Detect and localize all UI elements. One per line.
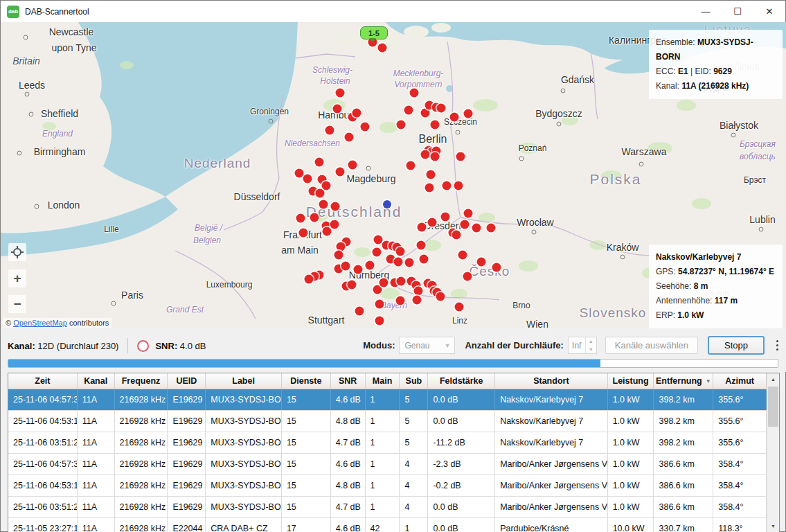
transmitter-dot[interactable] [310, 213, 319, 222]
transmitter-dot[interactable] [397, 121, 406, 130]
transmitter-dot[interactable] [410, 89, 419, 98]
transmitter-dot[interactable] [461, 220, 470, 229]
transmitter-dot[interactable] [413, 296, 422, 305]
transmitter-dot[interactable] [396, 296, 405, 305]
openstreetmap-link[interactable]: OpenStreetMap [13, 319, 67, 327]
transmitter-dot[interactable] [354, 265, 363, 274]
table-row[interactable]: 25-11-05 23:27:1111A216928 kHzE22044CRA … [8, 518, 767, 532]
table-row[interactable]: 25-11-06 04:53:1011A216928 kHzE19629MUX3… [8, 475, 767, 497]
column-header-label[interactable]: Label [206, 373, 282, 389]
column-header-azimut[interactable]: Azimut [713, 373, 767, 389]
transmitter-dot[interactable] [303, 175, 312, 184]
modus-select[interactable]: Genau ▼ [399, 337, 455, 354]
cluster-tooltip[interactable]: 1-5 [360, 26, 388, 39]
transmitter-dot[interactable] [437, 104, 446, 113]
table-row[interactable]: 25-11-06 04:53:1011A216928 kHzE19629MUX3… [8, 411, 767, 432]
table-row[interactable]: 25-11-06 04:57:3311A216928 kHzE19629MUX3… [8, 454, 767, 475]
transmitter-dot[interactable] [316, 189, 325, 198]
transmitter-dot[interactable] [464, 109, 473, 118]
receiver-position-dot[interactable] [383, 200, 391, 209]
scrollbar-thumb[interactable] [768, 387, 778, 427]
spinner-down-icon[interactable]: ▼ [586, 346, 596, 354]
transmitter-dot[interactable] [464, 209, 473, 218]
transmitter-dot[interactable] [463, 272, 472, 281]
transmitter-dot[interactable] [427, 170, 436, 179]
column-header-entfernung[interactable]: Entfernung▼ [654, 373, 713, 389]
durchlaeufe-spinner[interactable]: Inf ▲ ▼ [568, 337, 597, 354]
transmitter-dot[interactable] [396, 247, 405, 256]
column-header-dienste[interactable]: Dienste [282, 373, 331, 389]
transmitter-dot[interactable] [407, 161, 416, 170]
column-header-sub[interactable]: Sub [400, 373, 428, 389]
transmitter-dot[interactable] [374, 236, 383, 245]
column-header-feldstärke[interactable]: Feldstärke [428, 373, 495, 389]
close-button[interactable]: ✕ [753, 1, 785, 22]
transmitter-dot[interactable] [452, 231, 461, 240]
transmitter-dot[interactable] [341, 262, 350, 271]
transmitter-dot[interactable] [325, 126, 334, 135]
transmitter-dot[interactable] [348, 161, 357, 170]
transmitter-dot[interactable] [455, 303, 464, 312]
table-row[interactable]: 25-11-06 04:57:3311A216928 kHzE19629MUX3… [8, 389, 767, 411]
transmitter-dot[interactable] [431, 121, 440, 130]
transmitter-dot[interactable] [375, 317, 384, 326]
locate-button[interactable] [8, 243, 26, 261]
transmitter-dot[interactable] [348, 281, 357, 290]
transmitter-dot[interactable] [378, 44, 387, 53]
transmitter-dot[interactable] [450, 113, 459, 122]
scroll-down-icon[interactable]: ▼ [767, 520, 779, 532]
column-header-kanal[interactable]: Kanal [78, 373, 115, 389]
transmitter-dot[interactable] [421, 150, 430, 159]
transmitter-dot[interactable] [456, 152, 465, 161]
transmitter-dot[interactable] [331, 202, 340, 211]
transmitter-dot[interactable] [441, 213, 450, 222]
transmitter-dot[interactable] [345, 133, 354, 142]
transmitter-dot[interactable] [472, 224, 481, 233]
transmitter-dot[interactable] [443, 181, 452, 190]
transmitter-dot[interactable] [315, 158, 324, 167]
zoom-out-button[interactable]: − [8, 295, 26, 313]
transmitter-dot[interactable] [375, 300, 384, 309]
transmitter-dot[interactable] [336, 168, 345, 177]
minimize-button[interactable]: — [690, 1, 722, 22]
transmitter-dot[interactable] [299, 229, 308, 238]
transmitter-dot[interactable] [323, 227, 332, 236]
transmitter-dot[interactable] [295, 169, 304, 178]
transmitter-dot[interactable] [355, 307, 364, 316]
transmitter-dot[interactable] [420, 255, 429, 264]
vertical-scrollbar[interactable]: ▲ ▼ [767, 373, 779, 532]
column-header-leistung[interactable]: Leistung [608, 373, 654, 389]
map-canvas[interactable]: Newcastleupon TyneBritainLeedsSheffieldE… [1, 22, 786, 328]
transmitter-dot[interactable] [394, 258, 403, 267]
transmitter-dot[interactable] [404, 106, 413, 115]
transmitter-dot[interactable] [319, 200, 328, 209]
transmitter-dot[interactable] [436, 292, 445, 301]
transmitter-dot[interactable] [417, 241, 426, 250]
transmitter-dot[interactable] [428, 218, 437, 227]
stopp-button[interactable]: Stopp [708, 336, 765, 355]
transmitter-dot[interactable] [322, 181, 331, 190]
maximize-button[interactable]: ☐ [722, 1, 753, 22]
transmitter-dot[interactable] [330, 220, 339, 229]
transmitter-dot[interactable] [477, 258, 486, 267]
transmitter-dot[interactable] [397, 277, 406, 286]
transmitter-dot[interactable] [458, 251, 467, 260]
column-header-main[interactable]: Main [366, 373, 400, 389]
kanaele-auswaehlen-button[interactable]: Kanäle auswählen [605, 337, 698, 354]
transmitter-dot[interactable] [487, 224, 496, 233]
transmitter-dot[interactable] [454, 181, 463, 190]
transmitter-dot[interactable] [333, 105, 342, 114]
transmitter-dot[interactable] [492, 263, 501, 272]
transmitter-dot[interactable] [296, 214, 305, 223]
table-row[interactable]: 25-11-06 03:51:2811A216928 kHzE19629MUX3… [8, 432, 767, 454]
column-header-standort[interactable]: Standort [495, 373, 608, 389]
transmitter-dot[interactable] [361, 123, 370, 132]
transmitter-dot[interactable] [373, 248, 382, 257]
transmitter-dot[interactable] [379, 278, 388, 287]
transmitter-dot[interactable] [414, 287, 423, 296]
column-header-frequenz[interactable]: Frequenz [115, 373, 168, 389]
transmitter-dot[interactable] [352, 109, 361, 118]
transmitter-dot[interactable] [305, 275, 314, 284]
transmitter-dot[interactable] [425, 184, 434, 193]
transmitter-dot[interactable] [418, 223, 427, 232]
